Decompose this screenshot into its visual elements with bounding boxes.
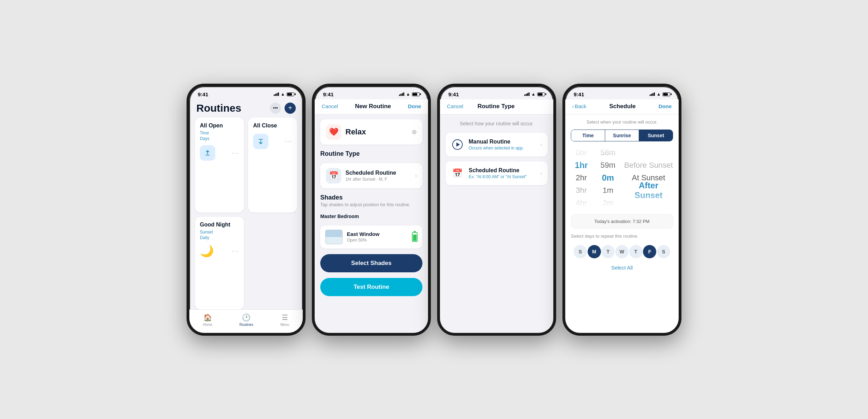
dots-menu-button[interactable]: ••• — [270, 103, 281, 114]
routines-icon: 🕐 — [242, 313, 251, 322]
cancel-button-3[interactable]: Cancel — [447, 103, 463, 109]
routine-name-text[interactable]: Relax — [345, 127, 407, 137]
select-all-button[interactable]: Select All — [571, 265, 673, 271]
battery-icon-1 — [287, 92, 294, 96]
label-after-selected: After Sunset — [624, 184, 673, 197]
nav-routines[interactable]: 🕐 Routines — [239, 313, 253, 327]
routines-grid: All Open TimeDays ··· — [189, 118, 303, 309]
schedule-scroll: Select when your routine will occur. Tim… — [565, 114, 679, 333]
routine-card-title-gn: Good Night — [200, 222, 239, 228]
back-button[interactable]: ‹ Back — [572, 103, 586, 109]
shade-item[interactable]: East Window Open 50% — [320, 225, 422, 249]
day-monday[interactable]: M — [588, 245, 601, 258]
done-button-4[interactable]: Done — [658, 103, 672, 109]
moon-icon: 🌙 — [200, 244, 214, 258]
labels-column: Before Sunset At Sunset After Sunset — [624, 159, 673, 197]
clear-name-button[interactable]: ⊗ — [412, 128, 417, 136]
routine-name-card: ❤️ Relax ⊗ — [320, 119, 422, 145]
day-sunday[interactable]: S — [574, 245, 587, 258]
activation-info: Today's activation: 7:32 PM — [571, 214, 673, 229]
status-bar-3: 9:41 ▲ — [440, 86, 553, 99]
day-tuesday[interactable]: T — [601, 245, 615, 258]
routine-card-all-open[interactable]: All Open TimeDays ··· — [195, 118, 244, 212]
segment-sunrise[interactable]: Sunrise — [605, 130, 639, 141]
routine-card-footer: ··· — [200, 145, 239, 161]
segment-sunset[interactable]: Sunset — [639, 130, 673, 141]
shades-sub: Tap shades to adjust position for this r… — [320, 202, 422, 207]
test-routine-button[interactable]: Test Routine — [320, 278, 422, 296]
routines-title: Routines — [196, 102, 241, 114]
day-saturday[interactable]: S — [657, 245, 670, 258]
minutes-column: 57m 58m 59m 0m 1m 2m 3m — [597, 146, 618, 209]
segment-time[interactable]: Time — [571, 130, 605, 141]
plus-icon: + — [288, 104, 292, 112]
routine-card-footer-close: ··· — [253, 134, 292, 149]
nav-header-2: Cancel New Routine Done — [315, 99, 428, 114]
manual-title: Manual Routine — [469, 139, 536, 145]
shade-thumbnail — [325, 230, 343, 244]
hour-1-selected: 1hr — [571, 159, 592, 172]
schedule-sub: Select when your routine will occur. — [571, 119, 673, 125]
shade-name: East Window — [347, 231, 408, 237]
done-button-2[interactable]: Done — [408, 103, 421, 109]
status-icons-4: ▲ — [650, 92, 670, 97]
signal-icon-2 — [399, 92, 404, 96]
wifi-icon-2: ▲ — [406, 92, 410, 97]
hour-0: 0hr — [571, 146, 592, 159]
status-icons-3: ▲ — [524, 92, 545, 97]
chevron-right-icon: › — [415, 173, 417, 179]
scheduled-option-sub: Ex. "At 8:00 AM" or "At Sunset" — [469, 174, 536, 179]
phone-new-routine: 9:41 ▲ Cancel New Routine Done ❤️ Re — [312, 84, 431, 336]
scheduled-option-title: Scheduled Routine — [469, 167, 536, 174]
add-routine-button[interactable]: + — [285, 103, 296, 114]
status-bar-1: 9:41 ▲ — [189, 86, 303, 99]
new-routine-title: New Routine — [355, 103, 391, 110]
nav-routines-label: Routines — [239, 323, 253, 327]
more-dots-close-icon[interactable]: ··· — [285, 138, 292, 145]
schedule-nav-title: Schedule — [609, 103, 636, 110]
min-2: 2m — [597, 197, 618, 209]
hour-2: 2hr — [571, 172, 592, 184]
activation-text: Today's activation: 7:32 PM — [594, 219, 650, 224]
routine-card-title: All Open — [200, 123, 239, 129]
day-wednesday[interactable]: W — [615, 245, 629, 258]
nav-menu[interactable]: ☰ Menu — [280, 313, 289, 327]
more-dots-icon[interactable]: ··· — [232, 149, 239, 157]
phones-container: 9:41 ▲ Routines ••• + — [187, 84, 681, 336]
manual-sub: Occurs when selected in app. — [469, 146, 536, 151]
room-label: Master Bedroom — [320, 213, 422, 220]
scheduled-chevron-icon: › — [540, 170, 542, 176]
phone4-content: ‹ Back Schedule Done Select when your ro… — [565, 99, 679, 333]
scheduled-routine-card[interactable]: 📅 Scheduled Routine 1hr after Sunset · M… — [320, 163, 422, 188]
scheduled-routine-option[interactable]: 📅 Scheduled Routine Ex. "At 8:00 AM" or … — [446, 161, 548, 185]
shade-info: East Window Open 50% — [347, 231, 408, 243]
status-time-3: 9:41 — [448, 91, 459, 97]
nav-home[interactable]: 🏠 Home — [203, 313, 212, 327]
type-card-text: Scheduled Routine 1hr after Sunset · M, … — [345, 170, 411, 182]
manual-routine-option[interactable]: Manual Routine Occurs when selected in a… — [446, 133, 548, 156]
day-friday[interactable]: F — [643, 245, 656, 258]
nav-menu-label: Menu — [280, 323, 289, 327]
scheduled-routine-icon: 📅 — [451, 167, 464, 180]
battery-icon-4 — [663, 92, 670, 96]
hour-3: 3hr — [571, 184, 592, 197]
day-thursday[interactable]: T — [629, 245, 643, 258]
status-bar-2: 9:41 ▲ — [315, 86, 428, 99]
hours-column: 0hr 1hr 2hr 3hr 4hr — [571, 146, 592, 209]
routine-card-all-close[interactable]: All Close ··· — [248, 118, 297, 212]
heart-icon: ❤️ — [326, 124, 341, 140]
phone3-content: Cancel Routine Type Select how your rout… — [440, 99, 553, 333]
phone-routine-type: 9:41 ▲ Cancel Routine Type Select how yo… — [437, 84, 556, 336]
menu-icon: ☰ — [282, 313, 288, 322]
cancel-button[interactable]: Cancel — [322, 103, 338, 109]
more-dots-gn-icon[interactable]: ··· — [232, 247, 239, 255]
select-shades-button[interactable]: Select Shades — [320, 254, 422, 272]
routine-type-sub: Select how your routine will occur. — [446, 119, 548, 128]
dots-icon: ••• — [273, 105, 278, 111]
routine-card-title-close: All Close — [253, 123, 292, 129]
routine-card-sub: TimeDays — [200, 130, 239, 142]
min-1: 1m — [597, 184, 618, 197]
shades-label: Shades — [320, 194, 422, 201]
status-time-1: 9:41 — [198, 91, 208, 97]
routine-card-good-night[interactable]: Good Night SunsetDaily 🌙 ··· — [195, 217, 244, 309]
